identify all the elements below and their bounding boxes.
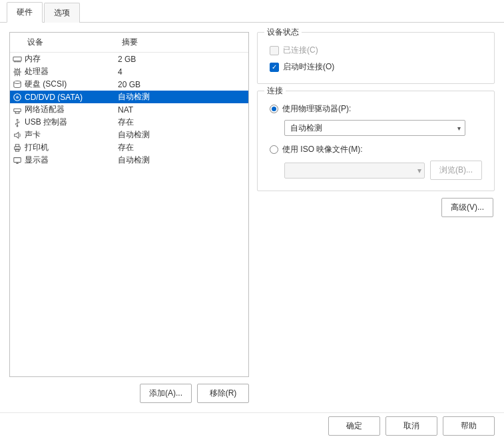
physical-drive-value: 自动检测 <box>290 123 322 134</box>
device-summary: 存在 <box>117 142 247 153</box>
device-name: USB 控制器 <box>23 117 117 128</box>
disk-icon <box>11 80 23 89</box>
device-name: 显示器 <box>23 155 117 166</box>
device-name: 网络适配器 <box>23 104 117 115</box>
chevron-down-icon: ▾ <box>457 125 461 132</box>
chevron-down-icon: ▾ <box>417 166 421 175</box>
device-name: 声卡 <box>23 129 117 141</box>
display-icon <box>11 156 23 165</box>
ok-button[interactable]: 确定 <box>328 416 380 436</box>
memory-icon <box>11 55 23 64</box>
connect-poweron-row[interactable]: ✓ 启动时连接(O) <box>266 59 486 75</box>
table-row[interactable]: 显示器自动检测 <box>10 154 248 167</box>
device-summary: 存在 <box>117 117 247 128</box>
connected-row[interactable]: 已连接(C) <box>266 42 486 59</box>
device-status-group: 设备状态 已连接(C) ✓ 启动时连接(O) <box>257 32 495 84</box>
advanced-row: 高级(V)... <box>257 198 495 217</box>
connection-title: 连接 <box>264 85 286 97</box>
use-physical-row[interactable]: 使用物理驱动器(P): <box>266 101 486 117</box>
tab-strip: 硬件 选项 <box>0 0 504 23</box>
col-header-device[interactable]: 设备 <box>10 33 117 52</box>
iso-path-input: ▾ <box>284 163 425 179</box>
table-row[interactable]: 声卡自动检测 <box>10 129 248 141</box>
iso-row: ▾ 浏览(B)... <box>284 161 482 180</box>
device-name: 处理器 <box>23 66 117 77</box>
use-physical-radio[interactable] <box>270 105 278 113</box>
connect-poweron-checkbox[interactable]: ✓ <box>270 63 279 72</box>
device-summary: 自动检测 <box>117 129 247 141</box>
table-row[interactable]: 打印机存在 <box>10 141 248 154</box>
device-name: CD/DVD (SATA) <box>23 93 117 102</box>
table-row[interactable]: USB 控制器存在 <box>10 116 248 129</box>
device-name: 打印机 <box>23 142 117 153</box>
left-button-bar: 添加(A)... 移除(R) <box>9 384 249 403</box>
device-status-title: 设备状态 <box>264 27 302 38</box>
table-body: 内存2 GB处理器4硬盘 (SCSI)20 GBCD/DVD (SATA)自动检… <box>10 53 248 167</box>
device-summary: 自动检测 <box>117 155 247 166</box>
use-iso-radio[interactable] <box>270 145 278 154</box>
bottom-button-bar: 确定 取消 帮助 <box>0 412 504 439</box>
table-row[interactable]: 内存2 GB <box>10 53 248 65</box>
device-name: 硬盘 (SCSI) <box>23 79 117 90</box>
tab-options[interactable]: 选项 <box>44 3 80 23</box>
help-button[interactable]: 帮助 <box>443 416 495 436</box>
advanced-button[interactable]: 高级(V)... <box>441 198 493 217</box>
table-row[interactable]: CD/DVD (SATA)自动检测 <box>10 91 248 103</box>
cpu-icon <box>11 67 23 77</box>
connection-group: 连接 使用物理驱动器(P): 自动检测 ▾ 使用 ISO 映像文件(M): ▾ <box>257 91 495 191</box>
table-row[interactable]: 网络适配器NAT <box>10 103 248 116</box>
device-summary: NAT <box>117 105 247 115</box>
table-header: 设备 摘要 <box>10 33 248 53</box>
device-summary: 2 GB <box>117 55 247 64</box>
add-button[interactable]: 添加(A)... <box>140 384 192 403</box>
use-physical-label: 使用物理驱动器(P): <box>282 103 351 115</box>
remove-button[interactable]: 移除(R) <box>197 384 249 403</box>
connected-label: 已连接(C) <box>283 45 318 56</box>
device-summary: 自动检测 <box>117 91 247 103</box>
col-header-summary[interactable]: 摘要 <box>117 33 248 52</box>
table-row[interactable]: 硬盘 (SCSI)20 GB <box>10 78 248 91</box>
content-area: 设备 摘要 内存2 GB处理器4硬盘 (SCSI)20 GBCD/DVD (SA… <box>0 23 504 412</box>
use-iso-label: 使用 ISO 映像文件(M): <box>282 144 363 155</box>
network-icon <box>11 105 23 115</box>
connected-checkbox[interactable] <box>270 46 279 55</box>
table-row[interactable]: 处理器4 <box>10 65 248 78</box>
left-panel: 设备 摘要 内存2 GB处理器4硬盘 (SCSI)20 GBCD/DVD (SA… <box>9 32 249 403</box>
connect-poweron-label: 启动时连接(O) <box>283 61 334 73</box>
usb-icon <box>11 118 23 127</box>
use-iso-row[interactable]: 使用 ISO 映像文件(M): <box>266 141 486 158</box>
right-panel: 设备状态 已连接(C) ✓ 启动时连接(O) 连接 使用物理驱动器(P): <box>257 32 495 403</box>
disc-icon <box>11 93 23 102</box>
tab-hardware[interactable]: 硬件 <box>7 2 43 23</box>
sound-icon <box>11 131 23 140</box>
device-name: 内存 <box>23 53 117 65</box>
browse-button[interactable]: 浏览(B)... <box>430 161 482 180</box>
cancel-button[interactable]: 取消 <box>385 416 437 436</box>
printer-icon <box>11 143 23 153</box>
vm-settings-window: 硬件 选项 设备 摘要 内存2 GB处理器4硬盘 (SCSI)20 GBCD/D… <box>0 0 504 439</box>
device-summary: 20 GB <box>117 80 247 89</box>
physical-drive-select[interactable]: 自动检测 ▾ <box>284 120 465 136</box>
device-summary: 4 <box>117 67 247 77</box>
device-table: 设备 摘要 内存2 GB处理器4硬盘 (SCSI)20 GBCD/DVD (SA… <box>9 32 249 377</box>
